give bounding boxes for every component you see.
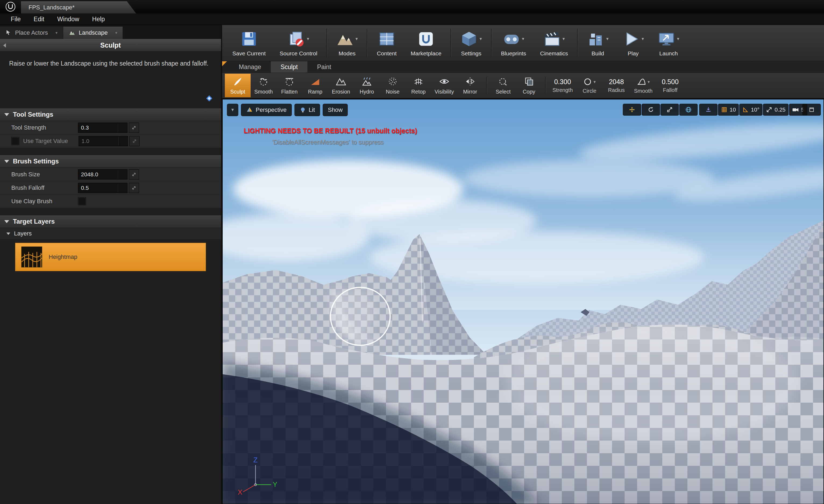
play-button[interactable]: ▾ Play <box>616 25 651 61</box>
mode-header[interactable]: Sculpt <box>0 39 221 51</box>
tool-select[interactable]: Select <box>490 74 516 97</box>
chevron-down-icon: ▼ <box>230 108 235 112</box>
modes-button[interactable]: ▾ Modes <box>329 25 365 61</box>
expander-icon[interactable] <box>4 113 9 116</box>
tool-copy[interactable]: Copy <box>516 74 542 97</box>
tool-flatten[interactable]: Flatten <box>277 74 302 97</box>
tool-hydro[interactable]: Hydro <box>354 74 380 97</box>
use-target-value-row: Use Target Value 1.0 <box>0 134 221 148</box>
chevron-down-icon[interactable]: ▾ <box>647 79 650 85</box>
falloff-type-setting[interactable]: ▾ Smooth <box>630 77 657 94</box>
scale-snap-button[interactable]: 0.25 <box>763 104 789 116</box>
chevron-down-icon[interactable]: ▾ <box>56 30 58 35</box>
layer-heightmap[interactable]: Heightmap <box>15 243 206 271</box>
tab-landscape[interactable]: Landscape ▾ <box>63 27 123 39</box>
menu-file[interactable]: File <box>4 14 27 25</box>
rotation-snap-button[interactable]: 10° <box>739 104 762 116</box>
toolbar-separator <box>326 29 327 57</box>
unreal-logo <box>0 0 21 13</box>
section-target-layers[interactable]: Target Layers <box>0 215 221 228</box>
chevron-down-icon[interactable]: ▾ <box>642 36 644 42</box>
section-tool-settings[interactable]: Tool Settings <box>0 108 221 121</box>
use-target-value-checkbox[interactable] <box>11 137 19 145</box>
chevron-down-icon[interactable]: ▾ <box>480 36 482 42</box>
tool-sculpt[interactable]: Sculpt <box>225 74 250 97</box>
translate-mode-button[interactable] <box>623 104 641 116</box>
tool-erosion[interactable]: Erosion <box>328 74 354 97</box>
tool-smooth[interactable]: Smooth <box>250 74 277 97</box>
content-button[interactable]: Content <box>370 25 404 61</box>
grid-snap-button[interactable]: 10 <box>718 104 739 116</box>
flatten-tool-icon <box>284 76 295 87</box>
viewport-canvas[interactable] <box>223 100 823 504</box>
value-slider-handle-icon[interactable] <box>129 169 139 179</box>
value-slider-handle-icon[interactable] <box>129 123 139 133</box>
strength-setting[interactable]: 0.300 Strength <box>549 78 576 93</box>
surface-snapping-button[interactable] <box>699 104 718 116</box>
tool-strength-row: Tool Strength 0.3 <box>0 121 221 134</box>
settings-button[interactable]: ▾ Settings <box>453 25 489 61</box>
maximize-viewport-button[interactable] <box>803 104 821 116</box>
value-slider-handle-icon[interactable] <box>129 136 139 146</box>
build-button[interactable]: ▾ Build <box>580 25 616 61</box>
use-clay-brush-checkbox[interactable] <box>78 197 86 205</box>
marketplace-button[interactable]: Marketplace <box>404 25 448 61</box>
lit-mode-button[interactable]: Lit <box>295 104 320 116</box>
rotate-mode-button[interactable] <box>642 104 660 116</box>
viewport-options-button[interactable]: ▼ <box>227 104 238 116</box>
collapse-arrow-icon[interactable] <box>3 43 6 47</box>
tool-retop[interactable]: Retop <box>406 74 431 97</box>
menu-help[interactable]: Help <box>86 14 111 25</box>
chevron-down-icon[interactable]: ▾ <box>115 30 117 35</box>
falloff-setting[interactable]: 0.500 Falloff <box>657 78 684 93</box>
tool-strength-input[interactable]: 0.3 <box>78 123 127 133</box>
chevron-down-icon[interactable]: ▾ <box>606 36 609 42</box>
brush-size-input[interactable]: 2048.0 <box>78 169 127 179</box>
translate-icon <box>629 106 635 113</box>
value-slider-handle-icon[interactable] <box>129 183 139 193</box>
tab-paint[interactable]: Paint <box>307 61 341 73</box>
noise-tool-icon <box>387 76 398 87</box>
source-control-icon <box>288 30 305 47</box>
tab-manage[interactable]: Manage <box>229 61 271 73</box>
layers-group[interactable]: Layers <box>0 228 221 240</box>
level-tab-title: FPS_Landscape* <box>28 4 75 11</box>
marketplace-icon <box>417 30 435 47</box>
tool-mirror[interactable]: Mirror <box>457 74 483 97</box>
chevron-down-icon[interactable]: ▾ <box>594 79 596 85</box>
expander-icon[interactable] <box>4 220 9 223</box>
brush-falloff-input[interactable]: 0.5 <box>78 183 127 193</box>
play-icon <box>623 30 640 47</box>
unreal-editor-window: FPS_Landscape* File Edit Window Help Pla… <box>0 0 824 504</box>
toolbar-separator <box>545 77 546 94</box>
tool-ramp[interactable]: Ramp <box>302 74 328 97</box>
chevron-down-icon[interactable]: ▾ <box>562 36 565 42</box>
radius-setting[interactable]: 2048 Radius <box>603 78 630 93</box>
tool-noise[interactable]: Noise <box>380 74 406 97</box>
chevron-down-icon[interactable]: ▾ <box>307 36 309 42</box>
brush-type-setting[interactable]: ▾ Circle <box>576 77 603 94</box>
expander-icon[interactable] <box>4 160 9 163</box>
cinematics-button[interactable]: ▾ Cinematics <box>533 25 575 61</box>
expander-icon[interactable] <box>6 233 10 235</box>
settings-icon <box>460 30 478 47</box>
save-current-button[interactable]: Save Current <box>225 25 273 61</box>
source-control-button[interactable]: ▾ Source Control <box>273 25 324 61</box>
tool-visibility[interactable]: Visibility <box>431 74 457 97</box>
chevron-down-icon[interactable]: ▾ <box>677 36 679 42</box>
tab-sculpt[interactable]: Sculpt <box>271 61 307 73</box>
blueprints-button[interactable]: ▾ Blueprints <box>494 25 533 61</box>
show-button[interactable]: Show <box>323 104 348 116</box>
launch-button[interactable]: ▾ Launch <box>651 25 686 61</box>
menu-window[interactable]: Window <box>51 14 86 25</box>
target-value-input[interactable]: 1.0 <box>79 136 128 146</box>
tab-place-actors[interactable]: Place Actors ▾ <box>0 27 63 39</box>
chevron-down-icon[interactable]: ▾ <box>355 36 358 42</box>
scale-mode-button[interactable] <box>660 104 679 116</box>
world-coordinate-button[interactable] <box>679 104 698 116</box>
level-tab[interactable]: FPS_Landscape* <box>21 1 136 13</box>
chevron-down-icon[interactable]: ▾ <box>522 36 524 42</box>
section-brush-settings[interactable]: Brush Settings <box>0 155 221 168</box>
perspective-button[interactable]: Perspective <box>241 104 292 116</box>
menu-edit[interactable]: Edit <box>27 14 51 25</box>
